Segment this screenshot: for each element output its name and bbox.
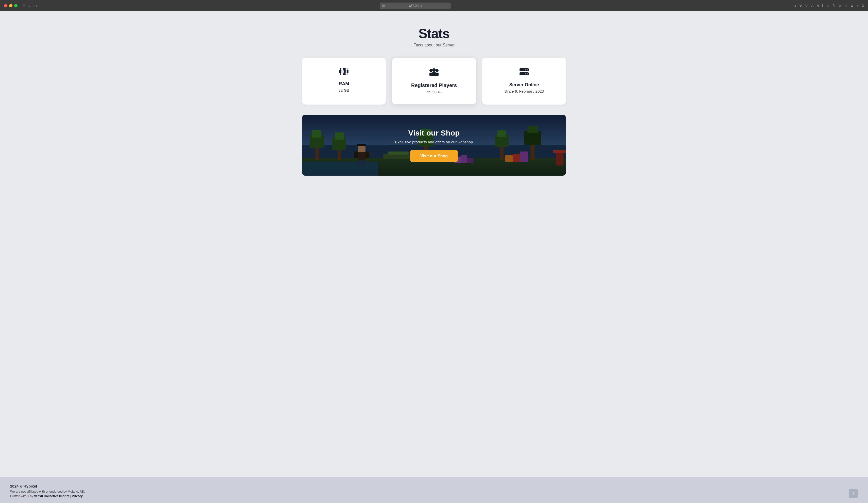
svg-rect-4: [345, 70, 345, 73]
footer-left: 2024 © Hypixel We are not affiliated wit…: [10, 484, 85, 498]
page-subtitle: Facts about our Server: [413, 43, 455, 48]
address-url: 127.0.0.1: [409, 4, 422, 8]
svg-point-28: [527, 73, 528, 75]
privacy-link[interactable]: Privacy: [72, 494, 83, 498]
crafted-company-link[interactable]: Venxu Collective: [34, 494, 58, 498]
crafted-prefix: Crafted with: [10, 494, 27, 498]
new-tab-icon[interactable]: +: [857, 4, 859, 8]
settings-icon[interactable]: ⚙: [850, 4, 854, 8]
ram-card: RAM 32 GB: [302, 58, 386, 104]
svg-rect-3: [343, 70, 344, 73]
svg-point-26: [525, 69, 526, 71]
shop-banner: Visit our Shop Exclusive products and of…: [302, 115, 566, 176]
traffic-lights: [4, 4, 18, 7]
server-value: Since 9. February 2023: [504, 89, 544, 93]
link-separator: |: [70, 494, 71, 498]
imprint-link[interactable]: Imprint: [59, 494, 70, 498]
svg-rect-15: [344, 68, 345, 70]
svg-rect-23: [432, 72, 436, 76]
svg-rect-8: [343, 73, 344, 75]
stats-cards: RAM 32 GB Registered Players 29.500: [302, 58, 566, 104]
svg-rect-13: [342, 68, 342, 70]
sidebar-toggle-icon[interactable]: ⊞: [23, 3, 25, 8]
grid-icon[interactable]: ⊞: [826, 4, 829, 8]
svg-rect-16: [345, 68, 346, 70]
history-icon[interactable]: ⏱: [832, 4, 836, 8]
bookmark-icon[interactable]: ☆: [839, 4, 841, 8]
shop-subtitle: Exclusive products and offers on our web…: [395, 140, 473, 144]
svg-rect-1: [341, 70, 342, 73]
svg-rect-5: [346, 70, 347, 73]
refresh-icon[interactable]: ↻: [799, 4, 802, 8]
svg-rect-2: [342, 70, 343, 73]
players-card: Registered Players 29.500+: [392, 58, 476, 104]
svg-rect-9: [344, 73, 345, 75]
shield-icon[interactable]: ⛉: [805, 4, 808, 8]
svg-point-22: [432, 68, 436, 72]
crafted-by: by: [30, 494, 33, 498]
address-bar-container: ⊡ 127.0.0.1: [40, 2, 790, 9]
footer-brand: 2024 © Hypixel: [10, 484, 85, 488]
svg-point-25: [527, 69, 528, 71]
server-label: Server Online: [509, 82, 539, 88]
svg-point-18: [430, 69, 433, 72]
server-card: Server Online Since 9. February 2023: [482, 58, 566, 104]
shop-title: Visit our Shop: [395, 129, 473, 137]
font-size-large-icon[interactable]: A: [816, 3, 819, 8]
address-bar[interactable]: ⊡ 127.0.0.1: [380, 2, 451, 9]
ram-value: 32 GB: [339, 88, 350, 92]
footer-crafted: Crafted with ♥ by Venxu Collective Impri…: [10, 494, 85, 498]
ram-label: RAM: [339, 81, 349, 86]
visit-shop-button[interactable]: Visit our Shop: [410, 150, 458, 162]
svg-point-20: [435, 69, 438, 72]
server-icon: [519, 68, 529, 78]
browser-action-icons: ⊘ ↻ ⛉ A A ℹ ⊞ ⏱ ☆ ⬆ ⚙ + ⧉: [793, 3, 864, 8]
svg-rect-17: [347, 68, 348, 70]
close-button[interactable]: [4, 4, 7, 7]
players-label: Registered Players: [411, 82, 457, 88]
footer-disclaimer: We are not affiliated with or endorsed b…: [10, 490, 85, 493]
browser-nav-icons: ⊞ ⌄ ‹ ›: [23, 3, 37, 8]
browser-chrome: ⊞ ⌄ ‹ › ⊡ 127.0.0.1 ⊘ ↻ ⛉ A A ℹ ⊞ ⏱ ☆ ⬆ …: [0, 0, 868, 11]
stats-header: Stats Facts about our Server: [413, 27, 455, 48]
footer: 2024 © Hypixel We are not affiliated wit…: [0, 477, 868, 503]
forward-icon[interactable]: ›: [36, 3, 37, 8]
tabs-icon[interactable]: ⧉: [862, 3, 864, 8]
heart-icon: ♥: [27, 494, 30, 498]
svg-rect-6: [340, 73, 341, 75]
svg-rect-12: [340, 68, 341, 70]
chevron-down-icon[interactable]: ⌄: [28, 3, 31, 8]
footer-top: 2024 © Hypixel We are not affiliated wit…: [10, 484, 858, 498]
svg-rect-7: [342, 73, 342, 75]
shop-content: Visit our Shop Exclusive products and of…: [395, 129, 473, 162]
page-content: Stats Facts about our Server: [0, 11, 868, 477]
svg-point-29: [525, 73, 526, 75]
svg-rect-11: [347, 73, 348, 75]
font-size-small-icon[interactable]: A: [812, 4, 814, 8]
svg-rect-14: [343, 68, 344, 70]
fullscreen-button[interactable]: [14, 4, 18, 7]
players-icon: [428, 68, 440, 78]
ram-icon: [339, 68, 349, 76]
svg-rect-10: [345, 73, 346, 75]
reader-icon[interactable]: ⊘: [793, 4, 796, 8]
page-title: Stats: [413, 27, 455, 41]
address-icon: ⊡: [382, 4, 385, 7]
reader-mode-icon[interactable]: ℹ: [822, 4, 823, 8]
share-icon[interactable]: ⬆: [845, 4, 847, 8]
back-icon[interactable]: ‹: [33, 3, 34, 8]
minimize-button[interactable]: [9, 4, 12, 7]
players-value: 29.500+: [427, 90, 441, 94]
scroll-top-button[interactable]: ↑: [849, 489, 858, 498]
